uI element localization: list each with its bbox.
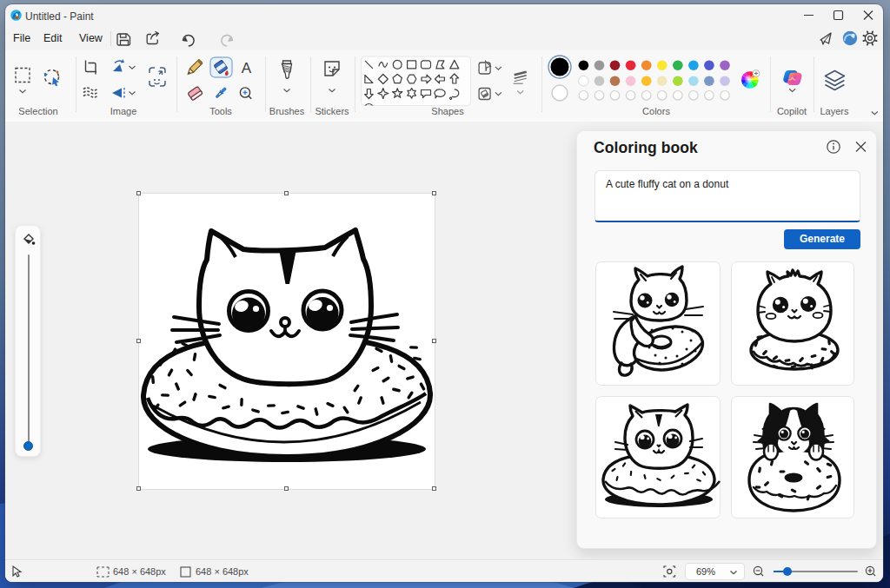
svg-text:A: A xyxy=(242,60,252,76)
